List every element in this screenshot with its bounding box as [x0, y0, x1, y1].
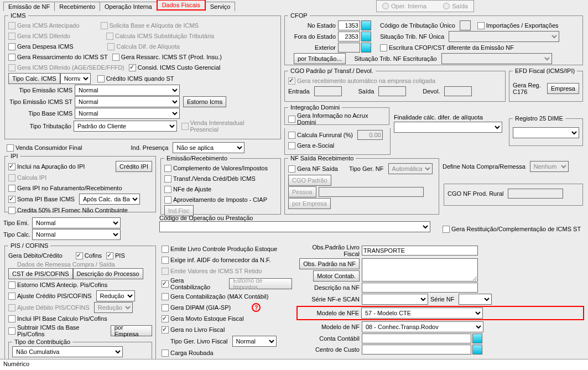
cb-calc-dif-aliq: [107, 43, 115, 50]
tab-dados-fiscais[interactable]: Dados Fiscais: [157, 0, 206, 11]
sel-tipo-emissao-icms[interactable]: Normal: [75, 85, 180, 96]
cb-aproveit-ciap[interactable]: [164, 196, 171, 204]
txt-centro-custo[interactable]: [362, 345, 471, 355]
cb-soma-ipi-base[interactable]: [8, 196, 15, 203]
btn-estorno-icms[interactable]: Estorno Icms: [183, 96, 226, 107]
cb-gera-ressarc-prod-insu[interactable]: [112, 54, 119, 61]
pis-cofins-group: PIS / COFINS Gera Débito/Crédito Cofins …: [4, 242, 156, 367]
cb-import-export[interactable]: [477, 22, 485, 29]
btn-por-tributacao[interactable]: por Tributação...: [294, 53, 346, 64]
cb-icms-antecipado: [8, 22, 15, 29]
sel-tipo-ger-livro[interactable]: Normal: [232, 336, 277, 347]
cgo-transf-group: CGO Padrão p/ Transf./ Devol. Gera receb…: [284, 67, 506, 102]
btn-cgo-padrao: CGO Padrão: [288, 175, 331, 186]
lookup-icon[interactable]: [361, 32, 371, 41]
sel-sit-trib-unica: [449, 31, 559, 42]
cb-compl-valores[interactable]: [164, 165, 171, 172]
tab-bar: Emissão de NF Recebimento Operação Inter…: [0, 0, 588, 11]
sel-tipo-calc-icms[interactable]: Normal: [60, 73, 91, 84]
cb-transf-venda-cred[interactable]: [164, 175, 171, 183]
cb-carga-roubada[interactable]: [162, 350, 169, 357]
txt-obs-padrao-livro[interactable]: [362, 246, 478, 256]
cb-exige-aidf[interactable]: [162, 257, 169, 264]
cb-gera-dipam[interactable]: [162, 304, 169, 311]
btn-motor-contab[interactable]: Motor Contab.: [313, 270, 360, 282]
sel-tipo-ger-nf: Automática: [388, 163, 433, 174]
sel-ajuste-cred[interactable]: Redução: [96, 290, 135, 301]
cb-escritura-cfop-dif[interactable]: [380, 44, 387, 51]
cb-subtrair-icms-base[interactable]: [8, 327, 15, 335]
cb-gera-contab-max[interactable]: [162, 293, 169, 300]
btn-estorno-impostos: Estorno de Impostos: [229, 278, 292, 289]
cb-credita-50-ipi[interactable]: [8, 207, 15, 214]
cb-gera-ressarc-icms-st[interactable]: [8, 54, 15, 61]
sel-serie-nfe-scan[interactable]: [362, 294, 428, 305]
btn-credito-ipi[interactable]: Crédito IPI: [116, 161, 152, 172]
txt-descricao-nf[interactable]: [362, 283, 478, 293]
tab-recebimento[interactable]: Recebimento: [54, 2, 100, 11]
txt-entrada: [314, 86, 342, 96]
tab-emissao-nf[interactable]: Emissão de NF: [3, 2, 55, 11]
sel-soma-ipi[interactable]: Após Calc. da Base: [79, 194, 140, 205]
sel-tipo-contrib[interactable]: Não Cumulativa: [12, 346, 123, 357]
sel-finalidade[interactable]: [394, 122, 502, 133]
cb-consid-custo-ger[interactable]: [129, 64, 136, 71]
sel-modelo-nfe[interactable]: 57 - Modelo CTE: [361, 308, 483, 319]
cb-emite-livro-prod[interactable]: [162, 246, 169, 253]
sel-tipo-calc-ipi[interactable]: Normal: [32, 229, 121, 240]
sel-tipo-tributacao[interactable]: Padrão do Cliente: [74, 121, 177, 132]
cb-gera-contab[interactable]: [162, 280, 169, 288]
btn-pis-por-empresa[interactable]: por Empresa: [111, 325, 152, 336]
sel-tipo-emi-ipi[interactable]: Normal: [32, 217, 121, 228]
cb-venda-consumidor-final[interactable]: [7, 144, 14, 152]
cb-nfe-ajuste[interactable]: [164, 186, 171, 193]
cb-gera-livro-fiscal[interactable]: [162, 326, 169, 333]
cb-gera-receb-auto: [288, 77, 295, 85]
sel-tipo-base-icms[interactable]: Normal: [75, 108, 180, 119]
cb-gera-nf-saida[interactable]: [288, 165, 295, 173]
sel-tipo-emissao-icms-st[interactable]: Normal: [75, 96, 180, 107]
lookup-icon[interactable]: [361, 20, 371, 30]
btn-nfs-por-empresa: por Empresa: [288, 198, 331, 209]
btn-tipo-calc-icms[interactable]: Tipo Calc. ICMS: [8, 73, 60, 84]
btn-desc-processo[interactable]: Descrição do Processo: [73, 268, 143, 279]
cb-inclui-apuracao-ipi[interactable]: [8, 163, 15, 170]
lookup-icon[interactable]: [361, 43, 371, 53]
btn-efd-empresa[interactable]: Empresa: [547, 83, 579, 94]
cb-gera-esocial[interactable]: [288, 142, 295, 149]
txt-obs-padrao-nf[interactable]: [362, 258, 478, 282]
icms-group: ICMS Gera ICMS Antecipado Solicita Base …: [4, 12, 281, 139]
lookup-icon[interactable]: [472, 333, 482, 343]
sel-dime[interactable]: [513, 127, 579, 138]
cb-ajuste-credito[interactable]: [8, 293, 15, 300]
help-icon[interactable]: ?: [252, 303, 261, 312]
txt-exterior: [338, 43, 360, 53]
sel-ind-presenca[interactable]: Não se aplica: [173, 142, 244, 153]
cb-inclui-ipi-base[interactable]: [8, 315, 15, 322]
txt-conta-contabil[interactable]: [362, 333, 471, 343]
btn-obs-padrao-nf[interactable]: Obs. Padrão na NF: [299, 258, 360, 269]
txt-saida: [378, 86, 406, 96]
cb-gera-movto-estoque[interactable]: [162, 315, 169, 322]
cb-cofins[interactable]: [76, 252, 83, 259]
sel-modelo-nf[interactable]: 08 - Conhec.Transp.Rodov: [362, 321, 483, 332]
btn-cst-pis[interactable]: CST de PIS/COFINS: [8, 268, 73, 279]
sel-ajuste-deb: Redução: [94, 302, 133, 313]
cb-gera-info-domini[interactable]: [288, 116, 295, 123]
lookup-icon[interactable]: [472, 345, 482, 355]
sel-cod-operacao[interactable]: [159, 221, 430, 232]
sel-serie-nf[interactable]: [459, 294, 492, 305]
efd-group: EFD Fiscal (ICMS/IPI) Gera Reg. C176Empr…: [509, 67, 583, 102]
cb-gera-ipi-fat[interactable]: [8, 185, 15, 192]
cb-calcula-funrural[interactable]: [288, 132, 295, 139]
tab-servico[interactable]: Serviço: [205, 2, 236, 11]
cb-estorno-icms-antecip[interactable]: [8, 282, 15, 289]
txt-no-estado[interactable]: [338, 20, 360, 30]
cb-gera-despesa-icms[interactable]: [8, 43, 15, 50]
tab-operacao-interna[interactable]: Operação Interna: [100, 2, 157, 11]
cb-gera-restituicao[interactable]: [443, 226, 450, 233]
txt-fora-estado[interactable]: [338, 32, 360, 41]
ipi-group: IPI Inclui na Apuração do IPI Crédito IP…: [4, 153, 156, 212]
cb-credito-icms-st[interactable]: [97, 75, 105, 82]
cb-pis[interactable]: [106, 252, 113, 259]
